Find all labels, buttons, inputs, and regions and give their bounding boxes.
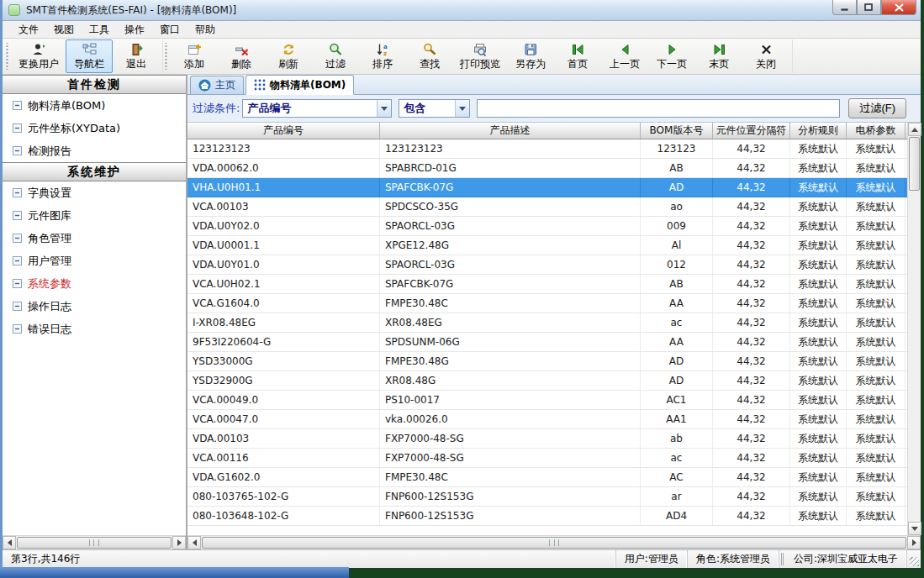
sidebar-item-字典设置[interactable]: 字典设置 <box>3 181 186 204</box>
filter-apply-button[interactable]: 过滤(F) <box>848 98 906 118</box>
table-vertical-scrollbar[interactable] <box>907 123 921 535</box>
filter-field-select[interactable]: 产品编号 <box>242 99 392 118</box>
column-header-产品编号[interactable]: 产品编号 <box>187 123 380 139</box>
toolbar-button-刷新[interactable]: 刷新 <box>265 39 312 73</box>
tree-node-icon[interactable] <box>13 101 22 110</box>
sidebar-horizontal-scrollbar[interactable] <box>3 535 186 549</box>
toolbar-button-下一页[interactable]: 下一页 <box>648 39 695 73</box>
table-horizontal-scrollbar[interactable] <box>187 535 921 549</box>
sidebar-item-系统参数[interactable]: 系统参数 <box>3 272 186 295</box>
table-scrollbar-thumb[interactable] <box>909 137 920 191</box>
scroll-up-button[interactable] <box>908 123 921 136</box>
sidebar-item-用户管理[interactable]: 用户管理 <box>3 250 186 272</box>
column-header-产品描述[interactable]: 产品描述 <box>380 123 641 139</box>
table-row[interactable]: VCA.U0H02.1SPAFCBK-07GAB44,32系统默认系统默认 <box>187 275 907 294</box>
table-row[interactable]: VHA.U0H01.1SPAFCBK-07GAD44,32系统默认系统默认 <box>187 178 907 197</box>
sidebar-item-物料清单(BOM)[interactable]: 物料清单(BOM) <box>3 94 186 117</box>
table-scrollbar-thumb-h[interactable] <box>202 537 906 549</box>
table-row[interactable]: VDA.00062.0SPABRCD-01GAB44,32系统默认系统默认 <box>187 159 907 178</box>
table-row[interactable]: VDA.U0Y02.0SPAORCL-03G00944,32系统默认系统默认 <box>187 217 907 236</box>
menu-item-视图[interactable]: 视图 <box>46 21 82 39</box>
tab-主页[interactable]: 主页 <box>190 76 244 94</box>
table-row[interactable]: 12312312312312312312312344,32系统默认系统默认 <box>187 139 907 159</box>
sidebar-item-元件图库[interactable]: 元件图库 <box>3 204 186 227</box>
table-cell: AC <box>641 468 713 486</box>
table-row[interactable]: VCA.G1604.0FMPE30.48CAA44,32系统默认系统默认 <box>187 294 907 313</box>
close-button[interactable] <box>881 0 916 15</box>
tree-node-icon[interactable] <box>13 256 22 265</box>
sidebar-item-角色管理[interactable]: 角色管理 <box>3 227 186 250</box>
toolbar-button-过滤[interactable]: 过滤 <box>312 39 359 73</box>
table-row[interactable]: 080-103765-102-GFNP600-12S153Gar44,32系统默… <box>187 487 907 507</box>
resize-grip[interactable] <box>907 550 921 568</box>
menu-item-帮助[interactable]: 帮助 <box>187 21 223 39</box>
find-icon <box>423 42 437 56</box>
table-row[interactable]: VCA.00049.0PS10-0017AC144,32系统默认系统默认 <box>187 391 907 410</box>
toolbar-button-更换用户[interactable]: 更换用户 <box>12 39 66 73</box>
minimize-button[interactable] <box>832 0 857 15</box>
toolbar-button-打印预览[interactable]: 打印预览 <box>453 39 507 73</box>
chevron-down-icon[interactable] <box>377 100 391 117</box>
table-cell: 44,32 <box>713 449 790 467</box>
scroll-right-button[interactable] <box>907 536 921 549</box>
tree-node-icon[interactable] <box>13 234 22 243</box>
tree-node-icon[interactable] <box>13 279 22 288</box>
table-row[interactable]: 080-103648-102-GFNP600-12S153GAD444,32系统… <box>187 507 907 526</box>
tree-node-icon[interactable] <box>13 146 22 155</box>
table-row[interactable]: VDA.U0Y01.0SPAORCL-03G01244,32系统默认系统默认 <box>187 255 907 275</box>
tab-物料清单(BOM)[interactable]: 物料清单(BOM) <box>246 75 354 95</box>
tree-node-icon[interactable] <box>13 211 22 220</box>
sidebar-item-操作日志[interactable]: 操作日志 <box>3 295 186 318</box>
table-row[interactable]: VDA.00103FXP7000-48-SGab44,32系统默认系统默认 <box>187 429 907 449</box>
table-row[interactable]: VDA.U0001.1XPGE12.48GAl44,32系统默认系统默认 <box>187 236 907 255</box>
toolbar-button-末页[interactable]: 末页 <box>695 39 742 73</box>
scroll-down-button[interactable] <box>908 522 921 535</box>
toolbar-button-首页[interactable]: 首页 <box>554 39 601 73</box>
toolbar-button-退出[interactable]: 退出 <box>113 39 160 73</box>
toolbar-button-上一页[interactable]: 上一页 <box>601 39 648 73</box>
menu-item-窗口[interactable]: 窗口 <box>152 21 187 39</box>
tree-node-icon[interactable] <box>13 324 22 334</box>
tree-node-icon[interactable] <box>13 188 22 197</box>
scrollbar-track[interactable] <box>908 192 921 522</box>
sidebar-item-错误日志[interactable]: 错误日志 <box>3 318 186 340</box>
column-header-电桥参数[interactable]: 电桥参数 <box>847 123 906 139</box>
menu-item-操作[interactable]: 操作 <box>117 21 152 39</box>
toolbar-button-导航栏[interactable]: 导航栏 <box>66 39 113 73</box>
sidebar-item-检测报告[interactable]: 检测报告 <box>3 139 186 162</box>
menu-item-文件[interactable]: 文件 <box>11 21 46 39</box>
table-row[interactable]: VCA.00116FXP7000-48-SGac44,32系统默认系统默认 <box>187 449 907 468</box>
chevron-down-icon[interactable] <box>455 100 469 117</box>
toolbar-button-排序[interactable]: az排序 <box>359 39 406 73</box>
table-row[interactable]: YSD33000GFMPE30.48GAD44,32系统默认系统默认 <box>187 352 907 371</box>
table-row[interactable]: YSD32900GXR08.48GAD44,32系统默认系统默认 <box>187 371 907 391</box>
filter-value-input[interactable] <box>477 99 840 118</box>
toolbar-button-删除[interactable]: 删除 <box>218 39 265 73</box>
toolbar-button-关闭[interactable]: 关闭 <box>742 39 789 73</box>
sidebar-scrollbar-thumb[interactable] <box>17 537 172 549</box>
tree-node-icon[interactable] <box>13 302 22 311</box>
toolbar-button-label: 退出 <box>126 57 146 71</box>
svg-text:z: z <box>383 50 387 56</box>
toolbar-button-添加[interactable]: 添加 <box>171 39 218 73</box>
restore-button[interactable] <box>857 0 881 15</box>
table-row[interactable]: VDA.G1602.0FMPE30.48CAC44,32系统默认系统默认 <box>187 468 907 487</box>
scroll-left-button[interactable] <box>187 536 201 549</box>
table-row[interactable]: I-XR08.48EGXR08.48EGac44,32系统默认系统默认 <box>187 313 907 333</box>
scroll-left-button[interactable] <box>3 536 16 549</box>
table-row[interactable]: VCA.00103SPDCSCO-35Gao44,32系统默认系统默认 <box>187 197 907 217</box>
filter-operator-select[interactable]: 包含 <box>399 99 470 118</box>
toolbar-button-查找[interactable]: 查找 <box>406 39 453 73</box>
column-header-元件位置分隔符[interactable]: 元件位置分隔符 <box>713 123 790 139</box>
column-header-分析规则[interactable]: 分析规则 <box>790 123 847 139</box>
menu-item-工具[interactable]: 工具 <box>82 21 117 39</box>
tree-node-icon[interactable] <box>13 123 22 133</box>
toolbar-group: 添加删除刷新过滤az排序查找打印预览另存为首页上一页下一页末页关闭 <box>163 39 793 73</box>
table-row[interactable]: 9F53I220604-GSPDSUNM-06GAA44,32系统默认系统默认 <box>187 333 907 352</box>
table-cell: 系统默认 <box>847 352 906 370</box>
column-header-BOM版本号[interactable]: BOM版本号 <box>641 123 713 139</box>
table-row[interactable]: VCA.00047.0vka.00026.0AA144,32系统默认系统默认 <box>187 410 907 429</box>
toolbar-button-另存为[interactable]: 另存为 <box>507 39 554 73</box>
sidebar-item-元件坐标(XYData)[interactable]: 元件坐标(XYData) <box>3 117 186 139</box>
scroll-right-button[interactable] <box>172 536 186 549</box>
